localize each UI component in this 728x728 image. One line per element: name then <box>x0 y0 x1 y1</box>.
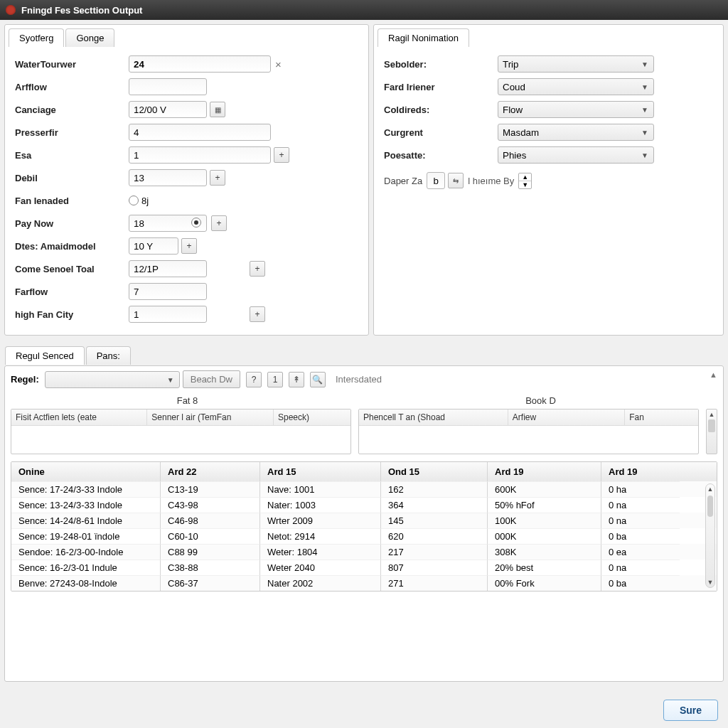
grid-header-row: Onine Ard 22 Ard 15 Ond 15 Ard 19 Ard 19 <box>11 462 717 481</box>
fan-ienaded-radio[interactable] <box>129 196 139 205</box>
pay-now-add-button[interactable]: + <box>211 215 227 231</box>
grid-h4[interactable]: Ard 19 <box>488 462 601 481</box>
fat8-col-1[interactable]: Senner l air (TemFan <box>147 410 274 426</box>
debil-add-button[interactable]: + <box>210 170 225 186</box>
label-high-fan-city: high Fan City <box>15 309 129 320</box>
label-sebolder: Sebolder: <box>384 59 498 70</box>
input-water-torwer[interactable] <box>129 55 271 73</box>
table-row[interactable]: Sence: 17-24/3-33 IndoleC13-19Nave: 1001… <box>11 481 717 497</box>
nav-icon[interactable]: ↟ <box>289 372 304 387</box>
daper-step-up[interactable]: ▲ <box>519 173 531 181</box>
collapse-icon[interactable]: ▲ <box>710 370 717 379</box>
table-cell: Weter 2040 <box>260 560 381 575</box>
titlebar: Fningd Fes Secttion Output <box>0 0 728 20</box>
table-cell: 20% best <box>488 560 601 575</box>
fat8-col-0[interactable]: Fisit Actfien lets (eate <box>11 410 147 426</box>
label-curgrent: Curgrent <box>384 127 498 138</box>
input-farflow[interactable] <box>129 283 207 300</box>
table-row[interactable]: Sence: 13-24/3-33 IndoleC43-98Nater: 100… <box>11 497 717 513</box>
input-arfflow[interactable] <box>129 78 207 95</box>
label-fan-ienaded: Fan Ienaded <box>15 196 129 206</box>
scroll-thumb[interactable] <box>707 496 713 517</box>
grid-h1[interactable]: Ard 22 <box>161 462 260 481</box>
label-come-senoel: Come Senoel Toal <box>15 264 129 274</box>
input-come-senoel[interactable] <box>129 260 207 277</box>
label-esa: Esa <box>15 150 129 161</box>
bookd-col-0[interactable]: Phencell T an (Shoad <box>359 410 508 426</box>
tab-syotferg[interactable]: Syotferg <box>9 28 64 47</box>
table-cell: 0 na <box>601 497 680 513</box>
tab-gonge[interactable]: Gonge <box>65 28 114 47</box>
table-row[interactable]: Sence: 14-24/8-61 IndoleC46-98Wrter 2009… <box>11 513 717 528</box>
select-regel[interactable] <box>45 371 180 388</box>
high-fan-city-add-button[interactable]: + <box>250 306 265 322</box>
input-presserfir[interactable] <box>129 124 271 141</box>
input-debil[interactable] <box>129 169 207 186</box>
tab-pans[interactable]: Pans: <box>86 346 131 365</box>
esa-add-button[interactable]: + <box>274 147 289 163</box>
grid-h5[interactable]: Ard 19 <box>601 462 680 481</box>
table-row[interactable]: Sence: 16-2/3-01 InduleC38-88Weter 20408… <box>11 560 717 575</box>
app-icon <box>6 5 16 15</box>
select-poesatte[interactable]: Phies <box>498 146 654 164</box>
table-cell: 00% Fork <box>488 575 601 591</box>
scroll-down-icon[interactable]: ▼ <box>706 577 715 587</box>
daper-step-down[interactable]: ▼ <box>519 181 531 188</box>
input-amaidmodel[interactable] <box>129 237 178 255</box>
grid-h0[interactable]: Onine <box>11 462 161 481</box>
table-cell: Sence: 16-2/3-01 Indule <box>11 560 161 575</box>
table-cell: 217 <box>381 544 488 560</box>
select-coldireds[interactable]: Flow <box>498 101 654 118</box>
beach-button[interactable]: Beach Dw <box>183 370 240 388</box>
table-cell: Netot: 2914 <box>260 528 381 544</box>
table-cell: 0 ba <box>601 528 680 544</box>
label-coldireds: Coldireds: <box>384 105 498 115</box>
input-daper[interactable] <box>427 172 445 189</box>
table-cell: 162 <box>381 481 488 497</box>
label-regel: Regel: <box>11 374 39 385</box>
fat8-listbox[interactable]: Fisit Actfien lets (eate Senner l air (T… <box>11 409 351 454</box>
bookd-listbox[interactable]: Phencell T an (Shoad Arfiew Fan <box>358 409 699 454</box>
select-sebolder[interactable]: Trip <box>498 55 654 73</box>
window-title: Fningd Fes Secttion Output <box>21 5 142 16</box>
input-esa[interactable] <box>129 146 271 164</box>
table-cell: C13-19 <box>161 481 260 497</box>
table-row[interactable]: Sence: 19-248-01 ïndoleC60-10Netot: 2914… <box>11 528 717 544</box>
select-curgrent[interactable]: Masdam <box>498 124 654 141</box>
fat8-col-2[interactable]: Speeck) <box>274 410 350 426</box>
tab-ragil-nonimation[interactable]: Ragil Nonimation <box>378 28 469 47</box>
label-debil: Debil <box>15 173 129 183</box>
subcols-scrollbar[interactable]: ▲ <box>706 409 717 454</box>
sure-button[interactable]: Sure <box>663 700 718 721</box>
search-icon[interactable]: 🔍 <box>310 372 326 387</box>
input-high-fan-city[interactable] <box>129 306 207 323</box>
table-cell: C60-10 <box>161 528 260 544</box>
scroll-thumb[interactable] <box>708 419 715 432</box>
amaidmodel-add-button[interactable]: + <box>181 238 197 254</box>
input-canciage[interactable] <box>129 101 207 118</box>
table-cell: 0 ba <box>601 575 680 591</box>
table-row[interactable]: Sendoe: 16-2/3-00-IndoleC88 99Weter: 180… <box>11 544 717 560</box>
table-row[interactable]: Benve: 27243-08-IndoleC86-37Nater 200227… <box>11 575 717 591</box>
grid-h3[interactable]: Ond 15 <box>381 462 488 481</box>
select-fard-iriener[interactable]: Coud <box>498 78 654 95</box>
table-cell: Sence: 17-24/3-33 Indole <box>11 481 161 497</box>
come-senoel-add-button[interactable]: + <box>250 261 265 277</box>
table-cell: 807 <box>381 560 488 575</box>
scroll-up-icon[interactable]: ▲ <box>706 484 715 494</box>
bookd-col-2[interactable]: Fan <box>625 410 698 426</box>
scroll-up-icon[interactable]: ▲ <box>709 411 715 418</box>
label-canciage: Canciage <box>15 105 129 115</box>
fat8-title: Fat 8 <box>11 392 364 409</box>
tab-regul-senced[interactable]: Regul Senced <box>5 346 85 365</box>
canciage-picker-icon[interactable]: ▦ <box>210 102 225 117</box>
label-farflow: Farflow <box>15 287 129 297</box>
step-icon[interactable]: 1 <box>267 372 283 387</box>
bookd-col-1[interactable]: Arfiew <box>508 410 625 426</box>
grid-scrollbar[interactable]: ▲ ▼ <box>705 483 715 588</box>
lower-panel: ▲ Regel: ▼ Beach Dw ? 1 ↟ 🔍 Intersdated … <box>4 365 724 682</box>
grid-h2[interactable]: Ard 15 <box>260 462 381 481</box>
clear-water-torwer-icon[interactable]: × <box>275 58 282 70</box>
daper-swap-icon[interactable]: ⇆ <box>448 173 464 188</box>
help-icon[interactable]: ? <box>246 372 262 387</box>
